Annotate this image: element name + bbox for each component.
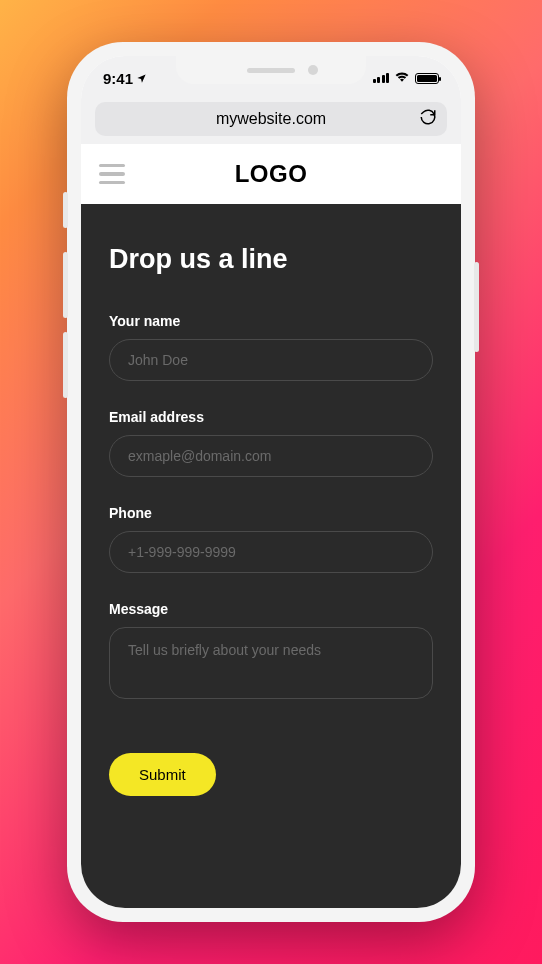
reload-icon[interactable] bbox=[419, 108, 437, 131]
phone-input[interactable] bbox=[109, 531, 433, 573]
status-time: 9:41 bbox=[103, 70, 147, 87]
message-input[interactable] bbox=[109, 627, 433, 699]
submit-button[interactable]: Submit bbox=[109, 753, 216, 796]
screen: 9:41 mywebsite.com bbox=[81, 56, 461, 908]
url-field[interactable]: mywebsite.com bbox=[95, 102, 447, 136]
form-section: Drop us a line Your name Email address P… bbox=[81, 204, 461, 908]
email-input[interactable] bbox=[109, 435, 433, 477]
wifi-icon bbox=[394, 70, 410, 86]
page-title: Drop us a line bbox=[109, 244, 433, 275]
camera bbox=[308, 65, 318, 75]
side-button bbox=[63, 252, 68, 318]
side-button bbox=[474, 262, 479, 352]
name-field-group: Your name bbox=[109, 313, 433, 381]
email-label: Email address bbox=[109, 409, 433, 425]
url-text: mywebsite.com bbox=[216, 110, 326, 128]
side-button bbox=[63, 332, 68, 398]
name-label: Your name bbox=[109, 313, 433, 329]
message-label: Message bbox=[109, 601, 433, 617]
site-header: LOGO bbox=[81, 144, 461, 204]
logo[interactable]: LOGO bbox=[235, 160, 308, 188]
speaker bbox=[247, 68, 295, 73]
side-button bbox=[63, 192, 68, 228]
browser-url-bar: mywebsite.com bbox=[81, 100, 461, 144]
phone-label: Phone bbox=[109, 505, 433, 521]
notch bbox=[176, 56, 366, 84]
hamburger-icon[interactable] bbox=[99, 164, 125, 185]
signal-icon bbox=[373, 73, 390, 83]
location-icon bbox=[136, 70, 147, 87]
time-text: 9:41 bbox=[103, 70, 133, 87]
status-icons bbox=[373, 70, 440, 86]
email-field-group: Email address bbox=[109, 409, 433, 477]
phone-field-group: Phone bbox=[109, 505, 433, 573]
phone-frame: 9:41 mywebsite.com bbox=[67, 42, 475, 922]
name-input[interactable] bbox=[109, 339, 433, 381]
message-field-group: Message bbox=[109, 601, 433, 703]
battery-icon bbox=[415, 73, 439, 84]
